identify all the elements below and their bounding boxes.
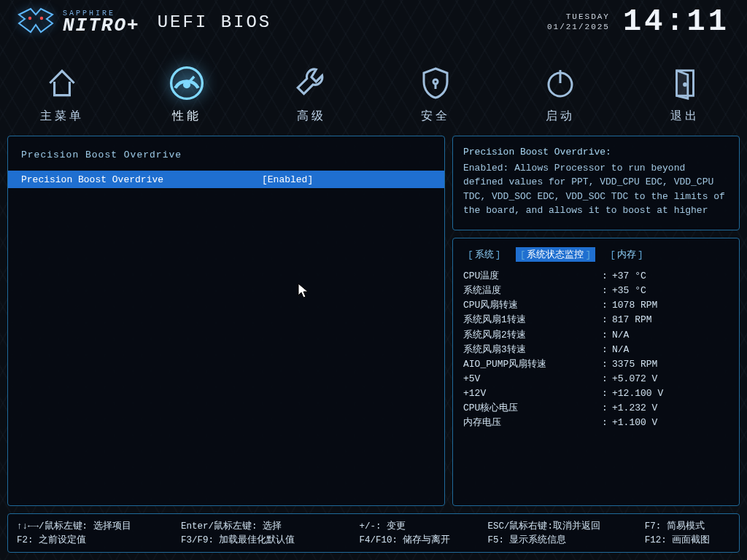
door-icon <box>665 63 705 103</box>
footer-col: F7: 简易模式F12: 画面截图 <box>645 518 730 548</box>
footer-col: +/-: 变更F4/F10: 储存与离开 <box>359 518 487 548</box>
monitor-row: 内存电压:+1.100 V <box>463 416 729 430</box>
top-nav: 主菜单性能高级安全启动退出 <box>0 45 747 131</box>
monitor-key: AIO_PUMP风扇转速 <box>463 357 602 372</box>
shield-icon <box>416 63 455 103</box>
svg-point-0 <box>28 17 31 20</box>
home-icon <box>42 63 82 103</box>
setting-name: Precision Boost Overdrive <box>21 174 262 185</box>
monitor-value: +37 °C <box>612 269 646 284</box>
settings-panel: Precision Boost Overdrive Precision Boos… <box>7 136 445 506</box>
monitor-key: 系统风扇1转速 <box>463 313 602 327</box>
monitor-tab-sys[interactable]: 系统 <box>463 247 506 262</box>
monitor-key: +5V <box>463 372 602 386</box>
monitor-value: N/A <box>612 343 629 357</box>
monitor-key: CPU风扇转速 <box>463 298 602 313</box>
svg-point-5 <box>433 79 438 84</box>
monitor-key: 系统温度 <box>463 284 602 298</box>
nav-perf[interactable]: 性能 <box>125 45 249 131</box>
monitor-row: CPU核心电压:+1.232 V <box>463 401 729 416</box>
brand-big: NITRO+ <box>63 18 140 34</box>
nav-sec[interactable]: 安全 <box>374 45 498 131</box>
brand-logo: SAPPHIRE NITRO+ <box>18 7 140 36</box>
svg-point-10 <box>684 83 686 85</box>
header-bar: SAPPHIRE NITRO+ UEFI BIOS TUESDAY 01/21/… <box>0 0 747 44</box>
setting-row[interactable]: Precision Boost Overdrive[Enabled] <box>8 171 444 188</box>
wrench-icon <box>292 63 331 103</box>
monitor-value: 1078 RPM <box>612 298 657 313</box>
monitor-key: CPU核心电压 <box>463 401 602 416</box>
nav-label: 退出 <box>670 109 700 124</box>
hotkey-hint: F2: 之前设定值 <box>17 534 181 546</box>
monitor-key: CPU温度 <box>463 269 602 284</box>
monitor-row: +12V:+12.100 V <box>463 386 729 401</box>
help-body: Enabled: Allows Processor to run beyond … <box>463 161 729 218</box>
nav-main[interactable]: 主菜单 <box>0 45 125 131</box>
sapphire-logo-icon <box>18 7 54 36</box>
clock-time: 14:11 <box>623 4 729 39</box>
monitor-tab-mem[interactable]: 内存 <box>605 247 648 262</box>
footer-col: ↑↓←→/鼠标左键: 选择项目F2: 之前设定值 <box>17 518 181 548</box>
nav-exit[interactable]: 退出 <box>622 45 747 131</box>
monitor-row: AIO_PUMP风扇转速:3375 RPM <box>463 357 729 372</box>
monitor-row: +5V:+5.072 V <box>463 372 729 386</box>
monitor-value: N/A <box>612 328 629 343</box>
nav-label: 安全 <box>421 109 450 124</box>
monitor-value: +1.100 V <box>612 416 657 430</box>
power-icon <box>541 63 580 103</box>
monitor-value: 3375 RPM <box>612 357 657 372</box>
gauge-icon <box>167 63 206 103</box>
hotkey-hint: F3/F9: 加载最佳化默认值 <box>181 534 360 546</box>
monitor-tabs: 系统系统状态监控内存 <box>463 247 729 262</box>
footer-hotkeys: ↑↓←→/鼠标左键: 选择项目F2: 之前设定值Enter/鼠标左键: 选择F3… <box>7 513 740 553</box>
monitor-row: 系统风扇2转速:N/A <box>463 328 729 343</box>
section-title: Precision Boost Overdrive <box>8 149 444 171</box>
hotkey-hint: ↑↓←→/鼠标左键: 选择项目 <box>17 520 181 532</box>
monitor-key: 系统风扇2转速 <box>463 328 602 343</box>
datetime-block: TUESDAY 01/21/2025 14:11 <box>547 4 729 39</box>
hotkey-hint: F4/F10: 储存与离开 <box>359 534 487 546</box>
monitor-value: +5.072 V <box>612 372 657 386</box>
monitor-row: 系统风扇1转速:817 RPM <box>463 313 729 327</box>
hotkey-hint: ESC/鼠标右键:取消并返回 <box>487 520 644 532</box>
setting-value: [Enabled] <box>262 174 313 185</box>
monitor-row: CPU温度:+37 °C <box>463 269 729 284</box>
monitor-key: +12V <box>463 386 602 401</box>
monitor-value: +12.100 V <box>612 386 663 401</box>
hotkey-hint: F12: 画面截图 <box>645 534 730 546</box>
nav-label: 高级 <box>297 109 326 124</box>
nav-label: 主菜单 <box>40 109 84 124</box>
monitor-value: 817 RPM <box>612 313 652 327</box>
hotkey-hint: F7: 简易模式 <box>645 520 730 532</box>
nav-adv[interactable]: 高级 <box>249 45 374 131</box>
bios-title: UEFI BIOS <box>158 12 272 32</box>
hotkey-hint: +/-: 变更 <box>359 520 487 532</box>
day-of-week: TUESDAY <box>547 12 610 22</box>
monitor-panel: 系统系统状态监控内存 CPU温度:+37 °C系统温度:+35 °CCPU风扇转… <box>452 238 740 506</box>
footer-col: ESC/鼠标右键:取消并返回F5: 显示系统信息 <box>487 518 644 548</box>
monitor-tab-hwmon[interactable]: 系统状态监控 <box>516 247 596 262</box>
monitor-key: 内存电压 <box>463 416 602 430</box>
hotkey-hint: F5: 显示系统信息 <box>487 534 644 546</box>
monitor-row: CPU风扇转速:1078 RPM <box>463 298 729 313</box>
hotkey-hint: Enter/鼠标左键: 选择 <box>181 520 360 532</box>
nav-label: 性能 <box>172 109 201 124</box>
nav-label: 启动 <box>546 109 575 124</box>
monitor-value: +1.232 V <box>612 401 657 416</box>
svg-point-1 <box>40 17 43 20</box>
monitor-row: 系统风扇3转速:N/A <box>463 343 729 357</box>
nav-boot[interactable]: 启动 <box>498 45 623 131</box>
date: 01/21/2025 <box>547 22 610 32</box>
monitor-row: 系统温度:+35 °C <box>463 284 729 298</box>
help-panel: Precision Boost Overdrive: Enabled: Allo… <box>452 136 740 230</box>
monitor-key: 系统风扇3转速 <box>463 343 602 357</box>
help-title: Precision Boost Overdrive: <box>463 145 729 160</box>
footer-col: Enter/鼠标左键: 选择F3/F9: 加载最佳化默认值 <box>181 518 360 548</box>
monitor-value: +35 °C <box>612 284 646 298</box>
